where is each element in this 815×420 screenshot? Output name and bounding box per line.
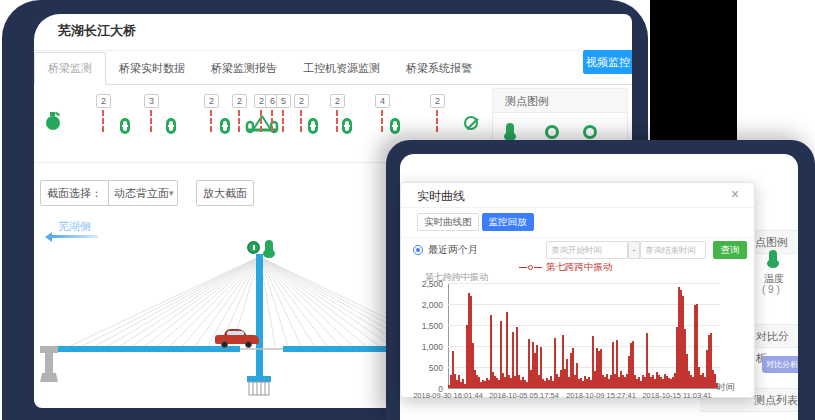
dialog-title: 实时曲线 — [417, 188, 465, 205]
compare-analysis-button[interactable]: 对比分析 — [762, 356, 798, 373]
tab-1[interactable]: 桥梁实时数据 — [106, 53, 198, 84]
chart-legend[interactable]: 第七跨跨中振动 — [519, 261, 613, 274]
tab-3[interactable]: 工控机资源监测 — [290, 53, 393, 84]
sensor-dashed-line — [271, 110, 273, 132]
temperature-count: ( 9 ) — [762, 284, 780, 295]
dialog-header-divider — [401, 207, 754, 208]
last-two-months-label: 最近两个月 — [428, 243, 478, 257]
x-axis-line — [448, 388, 720, 389]
chain-link-icon[interactable] — [220, 118, 230, 134]
y-tick-label: 2,000 — [405, 300, 443, 310]
section-select[interactable]: 动态背立面 ▾ — [108, 181, 179, 205]
sensor-count-badge: 2 — [204, 94, 219, 108]
sensor-dashed-line — [336, 110, 338, 132]
legend-marker-icon — [528, 265, 533, 270]
section-select-label: 截面选择： — [41, 181, 108, 205]
sensor-dashed-line — [150, 110, 152, 132]
close-icon[interactable]: × — [731, 186, 739, 202]
dialog-tabs-divider — [401, 237, 754, 238]
sensor-count-badge: 3 — [144, 94, 159, 108]
screen: 芜湖长江大桥 桥梁监测桥梁实时数据桥梁监测报告工控机资源监测桥梁系统报警 视频监… — [0, 0, 815, 420]
main-tab-bar: 桥梁监测桥梁实时数据桥梁监测报告工控机资源监测桥梁系统报警 — [34, 54, 632, 85]
section-select-group: 截面选择： 动态背立面 ▾ — [40, 180, 178, 206]
x-axis-title: 时间 — [717, 381, 735, 394]
chain-link-icon[interactable] — [308, 118, 318, 134]
car-image — [215, 329, 259, 349]
x-tick-label: 2018-09-30 16:01:44 — [413, 391, 483, 400]
tab-2[interactable]: 桥梁监测报告 — [198, 53, 290, 84]
chain-link-icon[interactable] — [120, 118, 130, 134]
sensor-count-badge: 5 — [276, 94, 291, 108]
sensor-count-badge: 2 — [330, 94, 345, 108]
sensor-dashed-line — [381, 110, 383, 132]
dialog-tab-0[interactable]: 实时曲线图 — [417, 213, 479, 231]
chain-link-icon[interactable] — [166, 118, 176, 134]
y-tick-label: 2,500 — [405, 279, 443, 289]
legend-label: 第七跨跨中振动 — [546, 261, 613, 274]
sensor-count-badge: 2 — [96, 94, 111, 108]
video-monitor-button[interactable]: 视频监控 — [583, 50, 632, 74]
y-tick-label: 1,000 — [405, 342, 443, 352]
chevron-down-icon: ▾ — [169, 181, 174, 205]
range-separator: - — [628, 241, 640, 259]
y-tick-label: 1,500 — [405, 321, 443, 331]
x-tick-label: 2018-10-05 05:17:54 — [489, 391, 559, 400]
enlarge-section-button[interactable]: 放大截面 — [196, 180, 254, 206]
sensor-dashed-line — [238, 110, 240, 132]
sensor-count-badge: 4 — [375, 94, 390, 108]
gridline — [448, 283, 720, 284]
bridge-side-label: 芜湖侧 — [58, 219, 91, 234]
page-title: 芜湖长江大桥 — [58, 22, 136, 40]
tower-clock-icon[interactable] — [247, 241, 260, 254]
stopwatch-icon[interactable] — [46, 116, 60, 130]
sensor-dashed-line — [260, 110, 262, 132]
section-select-value: 动态背立面 — [114, 181, 169, 205]
query-button[interactable]: 查询 — [713, 241, 747, 259]
realtime-curve-dialog: 实时曲线 × 实时曲线图监控回放 最近两个月 - 查询 第七跨跨中振动 第七跨跨… — [400, 182, 755, 398]
sensor-dashed-line — [282, 110, 284, 132]
sensor-dashed-line — [102, 110, 104, 132]
tab-0[interactable]: 桥梁监测 — [34, 52, 106, 85]
chain-link-icon[interactable] — [342, 118, 352, 134]
sensor-dashed-line — [436, 110, 438, 132]
x-tick-label: 2018-10-15 11:03:41 — [642, 391, 711, 400]
sensor-dashed-line — [210, 110, 212, 132]
sensor-circle-icon — [545, 125, 559, 139]
y-tick-label: 500 — [405, 363, 443, 373]
dialog-tab-bar: 实时曲线图监控回放 — [417, 213, 537, 231]
header-divider — [34, 50, 632, 51]
crane-icon[interactable] — [245, 114, 279, 134]
sensor-count-badge: 2 — [294, 94, 309, 108]
end-time-input[interactable] — [640, 241, 706, 259]
chain-link-icon[interactable] — [390, 118, 400, 134]
ban-icon[interactable] — [464, 116, 478, 130]
sensor-circle-icon — [583, 125, 597, 139]
sensor-count-badge: 2 — [232, 94, 247, 108]
last-two-months-radio[interactable] — [413, 245, 423, 255]
sensor-dashed-line — [300, 110, 302, 132]
dialog-tab-1[interactable]: 监控回放 — [482, 213, 534, 231]
thermometer-icon — [506, 123, 514, 136]
black-background-block — [650, 0, 737, 142]
left-arrow-icon — [52, 235, 98, 238]
x-tick-label: 2018-10-09 15:27:41 — [566, 391, 636, 400]
y-axis-line — [448, 283, 449, 388]
tower-thermometer-icon[interactable] — [265, 240, 273, 253]
tab-4[interactable]: 桥梁系统报警 — [393, 53, 485, 84]
sensor-count-badge: 2 — [430, 94, 445, 108]
vibration-chart — [448, 283, 720, 388]
temperature-icon[interactable] — [769, 250, 777, 263]
start-time-input[interactable] — [546, 241, 628, 259]
legend-panel-title: 测点图例 — [493, 89, 627, 113]
